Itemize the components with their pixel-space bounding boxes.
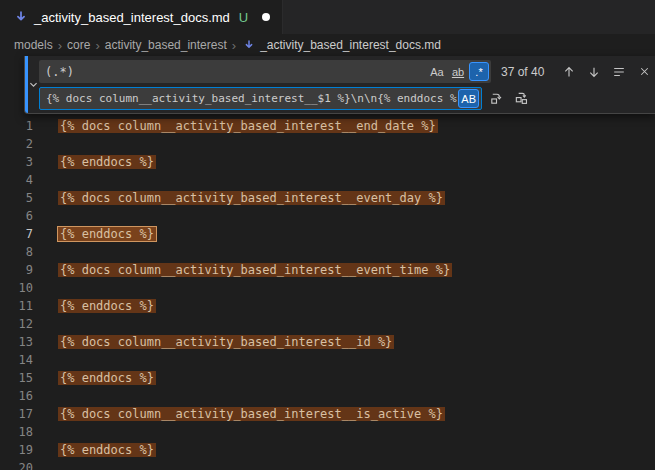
find-in-selection-button[interactable]	[608, 61, 630, 83]
code-line[interactable]: 4	[0, 171, 655, 189]
tab-filename: _activity_based_interest_docs.md	[34, 10, 230, 25]
line-number[interactable]: 11	[0, 297, 46, 315]
find-match: {% docs column__activity_based_interest_…	[58, 263, 452, 277]
line-content: {% docs column__activity_based_interest_…	[60, 405, 445, 423]
line-number[interactable]: 9	[0, 261, 46, 279]
next-match-button[interactable]	[583, 61, 605, 83]
find-row: (.*) Aa ab .* 37 of 40	[39, 60, 655, 83]
line-number[interactable]: 10	[0, 279, 46, 297]
line-content: {% enddocs %}	[60, 297, 156, 315]
find-match: {% docs column__activity_based_interest_…	[58, 407, 445, 421]
line-number[interactable]: 13	[0, 333, 46, 351]
line-content: {% enddocs %}	[60, 441, 156, 459]
code-line[interactable]: 7{% enddocs %}	[0, 225, 655, 243]
find-match: {% enddocs %}	[58, 299, 156, 313]
code-line[interactable]: 13{% docs column__activity_based_interes…	[0, 333, 655, 351]
line-number[interactable]: 5	[0, 189, 46, 207]
close-find-widget-button[interactable]	[633, 61, 655, 83]
line-number[interactable]: 18	[0, 423, 46, 441]
code-line[interactable]: 19{% enddocs %}	[0, 441, 655, 459]
code-line[interactable]: 18	[0, 423, 655, 441]
breadcrumb: models › core › activity_based_interest …	[0, 34, 655, 56]
line-content: {% docs column__activity_based_interest_…	[60, 333, 394, 351]
line-content: {% docs column__activity_based_interest_…	[60, 117, 438, 135]
replace-all-button[interactable]	[510, 88, 532, 110]
line-number[interactable]: 17	[0, 405, 46, 423]
chevron-right-icon: ›	[58, 38, 62, 53]
replace-value-text: {% docs column__activity_based_interest_…	[46, 92, 457, 105]
code-line[interactable]: 16	[0, 387, 655, 405]
code-line[interactable]: 9{% docs column__activity_based_interest…	[0, 261, 655, 279]
find-match: {% docs column__activity_based_interest_…	[58, 335, 394, 349]
line-content: {% enddocs %}	[60, 225, 156, 243]
current-find-match: {% enddocs %}	[58, 227, 156, 241]
code-line[interactable]: 14	[0, 351, 655, 369]
line-number[interactable]: 16	[0, 387, 46, 405]
find-match: {% docs column__activity_based_interest_…	[58, 119, 438, 133]
line-number[interactable]: 19	[0, 441, 46, 459]
replace-row: {% docs column__activity_based_interest_…	[39, 87, 655, 110]
unsaved-changes-dot[interactable]	[262, 13, 270, 21]
breadcrumb-item-core[interactable]: core	[67, 38, 90, 52]
find-match: {% enddocs %}	[58, 371, 156, 385]
line-number[interactable]: 3	[0, 153, 46, 171]
line-number[interactable]: 8	[0, 243, 46, 261]
line-number[interactable]: 20	[0, 459, 46, 470]
code-line[interactable]: 2	[0, 135, 655, 153]
regex-toggle[interactable]: .*	[469, 62, 489, 81]
find-match: {% enddocs %}	[58, 155, 156, 169]
line-number[interactable]: 2	[0, 135, 46, 153]
vscode-editor-window: _activity_based_interest_docs.md U model…	[0, 0, 655, 470]
find-widget-rows: (.*) Aa ab .* 37 of 40	[39, 56, 655, 113]
line-number[interactable]: 4	[0, 171, 46, 189]
line-number[interactable]: 6	[0, 207, 46, 225]
code-line[interactable]: 10	[0, 279, 655, 297]
code-line[interactable]: 5{% docs column__activity_based_interest…	[0, 189, 655, 207]
code-line[interactable]: 11{% enddocs %}	[0, 297, 655, 315]
code-line[interactable]: 15{% enddocs %}	[0, 369, 655, 387]
find-widget-resize-sash[interactable]	[25, 56, 28, 113]
previous-match-button[interactable]	[558, 61, 580, 83]
breadcrumb-item-folder[interactable]: activity_based_interest	[105, 38, 227, 52]
match-count: 37 of 40	[501, 65, 555, 79]
editor-tab[interactable]: _activity_based_interest_docs.md U	[0, 0, 283, 34]
code-lines: 1{% docs column__activity_based_interest…	[0, 117, 655, 470]
whole-word-toggle[interactable]: ab	[448, 62, 468, 81]
markdown-file-icon	[243, 39, 255, 51]
code-line[interactable]: 20	[0, 459, 655, 470]
match-case-toggle[interactable]: Aa	[427, 62, 447, 81]
line-number[interactable]: 1	[0, 117, 46, 135]
preserve-case-toggle[interactable]: AB	[458, 89, 479, 108]
code-line[interactable]: 3{% enddocs %}	[0, 153, 655, 171]
find-match: {% enddocs %}	[58, 443, 156, 457]
code-line[interactable]: 6	[0, 207, 655, 225]
line-number[interactable]: 15	[0, 369, 46, 387]
chevron-down-icon	[28, 79, 39, 90]
line-number[interactable]: 14	[0, 351, 46, 369]
code-line[interactable]: 8	[0, 243, 655, 261]
code-line[interactable]: 12	[0, 315, 655, 333]
replace-input[interactable]: {% docs column__activity_based_interest_…	[39, 87, 482, 110]
git-status-badge: U	[239, 10, 248, 25]
breadcrumb-item-filename[interactable]: _activity_based_interest_docs.md	[260, 38, 441, 52]
code-line[interactable]: 1{% docs column__activity_based_interest…	[0, 117, 655, 135]
editor-code-area[interactable]: 1{% docs column__activity_based_interest…	[0, 56, 655, 470]
find-replace-widget: (.*) Aa ab .* 37 of 40	[24, 56, 655, 114]
markdown-file-icon	[14, 10, 28, 24]
line-content: {% docs column__activity_based_interest_…	[60, 189, 445, 207]
line-number[interactable]: 12	[0, 315, 46, 333]
tab-bar: _activity_based_interest_docs.md U	[0, 0, 655, 34]
find-match: {% docs column__activity_based_interest_…	[58, 191, 445, 205]
line-content: {% docs column__activity_based_interest_…	[60, 261, 452, 279]
breadcrumb-item-models[interactable]: models	[14, 38, 53, 52]
chevron-right-icon: ›	[95, 38, 99, 53]
find-query-text: (.*)	[45, 65, 426, 79]
find-input[interactable]: (.*) Aa ab .*	[39, 60, 491, 83]
code-line[interactable]: 17{% docs column__activity_based_interes…	[0, 405, 655, 423]
toggle-replace-button[interactable]	[28, 56, 39, 113]
chevron-right-icon: ›	[232, 38, 236, 53]
line-content: {% enddocs %}	[60, 153, 156, 171]
replace-one-button[interactable]	[485, 88, 507, 110]
line-content: {% enddocs %}	[60, 369, 156, 387]
line-number[interactable]: 7	[0, 225, 46, 243]
